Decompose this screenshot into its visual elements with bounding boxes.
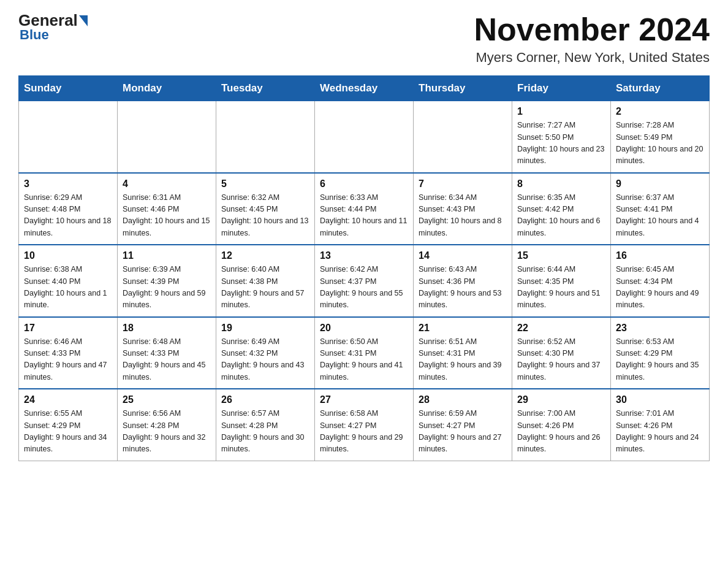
- calendar-cell: 16Sunrise: 6:45 AM Sunset: 4:34 PM Dayli…: [611, 245, 710, 317]
- day-number: 14: [419, 250, 507, 261]
- day-number: 29: [517, 394, 605, 405]
- calendar-cell: [118, 101, 216, 173]
- calendar-cell: 21Sunrise: 6:51 AM Sunset: 4:31 PM Dayli…: [414, 317, 512, 389]
- calendar-cell: 8Sunrise: 6:35 AM Sunset: 4:42 PM Daylig…: [512, 173, 611, 245]
- day-info: Sunrise: 7:28 AM Sunset: 5:49 PM Dayligh…: [616, 120, 704, 167]
- calendar-week-row: 10Sunrise: 6:38 AM Sunset: 4:40 PM Dayli…: [19, 245, 710, 317]
- calendar-cell: 2Sunrise: 7:28 AM Sunset: 5:49 PM Daylig…: [611, 101, 710, 173]
- day-number: 24: [24, 394, 112, 405]
- calendar-header-monday: Monday: [118, 76, 216, 101]
- calendar-cell: 5Sunrise: 6:32 AM Sunset: 4:45 PM Daylig…: [216, 173, 315, 245]
- calendar-week-row: 1Sunrise: 7:27 AM Sunset: 5:50 PM Daylig…: [19, 101, 710, 173]
- calendar-cell: 29Sunrise: 7:00 AM Sunset: 4:26 PM Dayli…: [512, 389, 611, 461]
- day-number: 15: [517, 250, 605, 261]
- calendar-header-row: SundayMondayTuesdayWednesdayThursdayFrid…: [19, 76, 710, 101]
- day-info: Sunrise: 6:48 AM Sunset: 4:33 PM Dayligh…: [123, 336, 211, 384]
- calendar-cell: 9Sunrise: 6:37 AM Sunset: 4:41 PM Daylig…: [611, 173, 710, 245]
- calendar-cell: 6Sunrise: 6:33 AM Sunset: 4:44 PM Daylig…: [315, 173, 414, 245]
- calendar-cell: 12Sunrise: 6:40 AM Sunset: 4:38 PM Dayli…: [216, 245, 315, 317]
- day-number: 27: [320, 394, 408, 405]
- day-info: Sunrise: 6:38 AM Sunset: 4:40 PM Dayligh…: [24, 264, 112, 312]
- calendar-cell: 18Sunrise: 6:48 AM Sunset: 4:33 PM Dayli…: [118, 317, 216, 389]
- logo: General Blue: [18, 12, 88, 42]
- day-info: Sunrise: 6:56 AM Sunset: 4:28 PM Dayligh…: [123, 408, 211, 456]
- calendar-week-row: 3Sunrise: 6:29 AM Sunset: 4:48 PM Daylig…: [19, 173, 710, 245]
- day-number: 25: [123, 394, 211, 405]
- day-number: 8: [517, 178, 605, 190]
- calendar-cell: 22Sunrise: 6:52 AM Sunset: 4:30 PM Dayli…: [512, 317, 611, 389]
- day-info: Sunrise: 6:57 AM Sunset: 4:28 PM Dayligh…: [221, 408, 309, 456]
- calendar-cell: [216, 101, 315, 173]
- day-number: 4: [123, 178, 211, 190]
- calendar-cell: 14Sunrise: 6:43 AM Sunset: 4:36 PM Dayli…: [414, 245, 512, 317]
- calendar-cell: 30Sunrise: 7:01 AM Sunset: 4:26 PM Dayli…: [611, 389, 710, 461]
- calendar-cell: 11Sunrise: 6:39 AM Sunset: 4:39 PM Dayli…: [118, 245, 216, 317]
- day-number: 11: [123, 250, 211, 261]
- day-number: 9: [616, 178, 704, 190]
- day-number: 2: [616, 106, 704, 117]
- day-info: Sunrise: 6:55 AM Sunset: 4:29 PM Dayligh…: [24, 408, 112, 456]
- calendar-table: SundayMondayTuesdayWednesdayThursdayFrid…: [18, 75, 710, 461]
- day-info: Sunrise: 6:46 AM Sunset: 4:33 PM Dayligh…: [24, 336, 112, 384]
- location-title: Myers Corner, New York, United States: [474, 50, 710, 66]
- calendar-cell: 24Sunrise: 6:55 AM Sunset: 4:29 PM Dayli…: [19, 389, 118, 461]
- calendar-cell: 13Sunrise: 6:42 AM Sunset: 4:37 PM Dayli…: [315, 245, 414, 317]
- calendar-cell: 4Sunrise: 6:31 AM Sunset: 4:46 PM Daylig…: [118, 173, 216, 245]
- day-info: Sunrise: 6:58 AM Sunset: 4:27 PM Dayligh…: [320, 408, 408, 456]
- calendar-header-friday: Friday: [512, 76, 611, 101]
- day-info: Sunrise: 7:00 AM Sunset: 4:26 PM Dayligh…: [517, 408, 605, 456]
- calendar-cell: [315, 101, 414, 173]
- day-info: Sunrise: 6:31 AM Sunset: 4:46 PM Dayligh…: [123, 192, 211, 240]
- calendar-cell: [19, 101, 118, 173]
- logo-arrow-icon: [79, 15, 88, 26]
- calendar-cell: 3Sunrise: 6:29 AM Sunset: 4:48 PM Daylig…: [19, 173, 118, 245]
- calendar-cell: 15Sunrise: 6:44 AM Sunset: 4:35 PM Dayli…: [512, 245, 611, 317]
- day-info: Sunrise: 6:42 AM Sunset: 4:37 PM Dayligh…: [320, 264, 408, 312]
- logo-blue-label: Blue: [20, 28, 49, 42]
- day-info: Sunrise: 6:40 AM Sunset: 4:38 PM Dayligh…: [221, 264, 309, 312]
- day-info: Sunrise: 6:51 AM Sunset: 4:31 PM Dayligh…: [419, 336, 507, 384]
- calendar-cell: 26Sunrise: 6:57 AM Sunset: 4:28 PM Dayli…: [216, 389, 315, 461]
- day-number: 6: [320, 178, 408, 190]
- day-info: Sunrise: 6:59 AM Sunset: 4:27 PM Dayligh…: [419, 408, 507, 456]
- day-info: Sunrise: 6:52 AM Sunset: 4:30 PM Dayligh…: [517, 336, 605, 384]
- day-info: Sunrise: 7:27 AM Sunset: 5:50 PM Dayligh…: [517, 120, 605, 167]
- day-number: 23: [616, 323, 704, 334]
- calendar-cell: 7Sunrise: 6:34 AM Sunset: 4:43 PM Daylig…: [414, 173, 512, 245]
- calendar-cell: 25Sunrise: 6:56 AM Sunset: 4:28 PM Dayli…: [118, 389, 216, 461]
- day-info: Sunrise: 6:43 AM Sunset: 4:36 PM Dayligh…: [419, 264, 507, 312]
- title-block: November 2024 Myers Corner, New York, Un…: [474, 12, 710, 66]
- day-info: Sunrise: 6:53 AM Sunset: 4:29 PM Dayligh…: [616, 336, 704, 384]
- day-number: 17: [24, 323, 112, 334]
- day-number: 16: [616, 250, 704, 261]
- day-info: Sunrise: 6:50 AM Sunset: 4:31 PM Dayligh…: [320, 336, 408, 384]
- calendar-cell: 1Sunrise: 7:27 AM Sunset: 5:50 PM Daylig…: [512, 101, 611, 173]
- day-number: 30: [616, 394, 704, 405]
- calendar-header-saturday: Saturday: [611, 76, 710, 101]
- calendar-cell: 20Sunrise: 6:50 AM Sunset: 4:31 PM Dayli…: [315, 317, 414, 389]
- day-number: 26: [221, 394, 309, 405]
- day-number: 12: [221, 250, 309, 261]
- day-info: Sunrise: 7:01 AM Sunset: 4:26 PM Dayligh…: [616, 408, 704, 456]
- day-number: 1: [517, 106, 605, 117]
- calendar-cell: [414, 101, 512, 173]
- day-number: 18: [123, 323, 211, 334]
- calendar-cell: 10Sunrise: 6:38 AM Sunset: 4:40 PM Dayli…: [19, 245, 118, 317]
- day-info: Sunrise: 6:32 AM Sunset: 4:45 PM Dayligh…: [221, 192, 309, 240]
- day-info: Sunrise: 6:33 AM Sunset: 4:44 PM Dayligh…: [320, 192, 408, 240]
- page-header: General Blue November 2024 Myers Corner,…: [18, 12, 710, 66]
- calendar-cell: 27Sunrise: 6:58 AM Sunset: 4:27 PM Dayli…: [315, 389, 414, 461]
- day-info: Sunrise: 6:45 AM Sunset: 4:34 PM Dayligh…: [616, 264, 704, 312]
- day-info: Sunrise: 6:34 AM Sunset: 4:43 PM Dayligh…: [419, 192, 507, 240]
- day-info: Sunrise: 6:44 AM Sunset: 4:35 PM Dayligh…: [517, 264, 605, 312]
- day-number: 10: [24, 250, 112, 261]
- calendar-cell: 17Sunrise: 6:46 AM Sunset: 4:33 PM Dayli…: [19, 317, 118, 389]
- calendar-cell: 23Sunrise: 6:53 AM Sunset: 4:29 PM Dayli…: [611, 317, 710, 389]
- day-number: 21: [419, 323, 507, 334]
- day-number: 3: [24, 178, 112, 190]
- calendar-cell: 19Sunrise: 6:49 AM Sunset: 4:32 PM Dayli…: [216, 317, 315, 389]
- logo-general-text: General: [18, 12, 88, 28]
- day-number: 5: [221, 178, 309, 190]
- day-number: 20: [320, 323, 408, 334]
- day-info: Sunrise: 6:35 AM Sunset: 4:42 PM Dayligh…: [517, 192, 605, 240]
